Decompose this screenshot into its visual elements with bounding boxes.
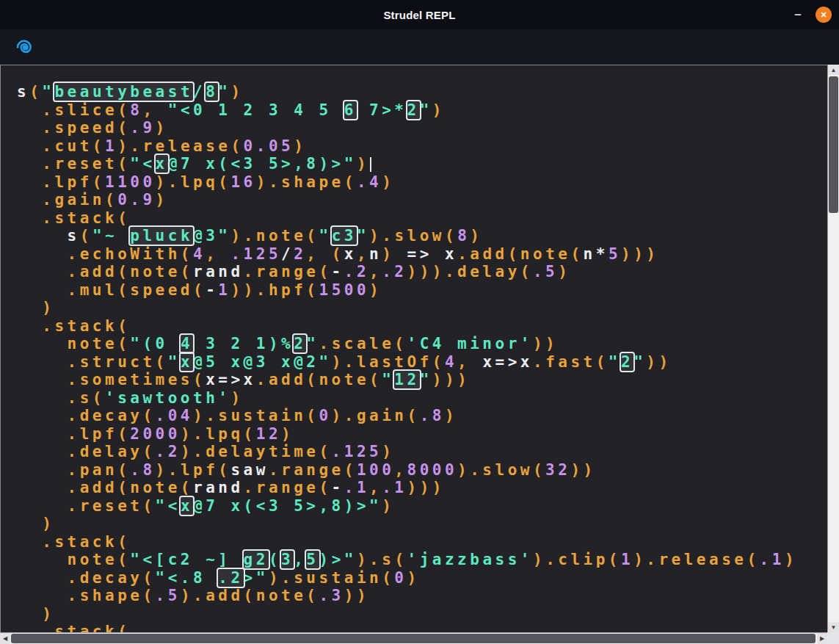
code-token: ).shape( (256, 173, 357, 191)
code-token: ))).delay( (407, 263, 533, 281)
code-token: - (206, 281, 218, 299)
code-token: .add(note( (17, 479, 193, 496)
code-token: ) (445, 407, 457, 424)
code-token: * (596, 245, 609, 263)
minimize-button[interactable]: – (791, 11, 805, 18)
code-token: " (344, 551, 357, 568)
code-token: .add(note( (457, 245, 583, 263)
close-button[interactable]: ✕ (816, 7, 832, 23)
scroll-down-icon[interactable]: ▼ (828, 622, 839, 632)
code-token: ) (407, 569, 420, 587)
code-token: " (609, 353, 621, 371)
code-token: 'jazzbass' (407, 551, 533, 568)
code-line: .stack( (17, 533, 827, 551)
code-line: .stack( (17, 623, 827, 632)
code-token: )).hpf( (230, 281, 319, 299)
code-token: .stack( (17, 623, 130, 632)
code-token: 8 (130, 101, 142, 119)
window-controls: – ✕ (791, 0, 832, 29)
code-token: .2 (218, 569, 243, 587)
code-token: .slice( (17, 101, 130, 119)
code-token: .decay( (17, 569, 156, 587)
code-line: .sometimes(x=>x.add(note("12"))) (17, 371, 827, 389)
scroll-right-icon[interactable]: ▶ (817, 633, 827, 644)
code-token: x (520, 353, 533, 371)
code-token: " (420, 101, 432, 119)
code-token: - (332, 479, 344, 496)
code-token: @7 x(<3 5>,8)> (193, 497, 369, 515)
code-line: .delay(.2).delaytime(.125) (17, 443, 827, 461)
code-token: 8 (206, 83, 218, 101)
code-line: ) (17, 515, 827, 533)
code-token: ).slow( (457, 461, 545, 479)
code-token: c3 (332, 227, 357, 245)
code-token: 2000 (130, 425, 181, 443)
code-token: " (633, 353, 646, 371)
code-token: ) (156, 119, 168, 137)
code-token: ).delaytime( (181, 443, 332, 460)
code-token: 4 (445, 353, 457, 371)
code-token: ) (382, 173, 394, 191)
vertical-scrollbar[interactable]: ▲ ▼ (827, 65, 839, 632)
code-token: .125 (332, 443, 382, 460)
code-line: .stack( (17, 317, 827, 336)
code-token: > (244, 569, 256, 587)
code-token: / (193, 83, 206, 101)
code-token: 8 (457, 227, 470, 245)
code-token: ) (17, 515, 54, 532)
code-token: .s( (17, 389, 105, 407)
vertical-scrollbar-thumb[interactable] (829, 76, 838, 213)
code-token: 4 (193, 245, 206, 263)
code-line: .reset("<x@7 x(<3 5>,8)>") (17, 155, 827, 173)
horizontal-scrollbar-thumb[interactable] (11, 634, 816, 643)
code-line: .pan(.8).lpf(saw.range(100,8000).slow(32… (17, 461, 827, 480)
code-token: .pan( (17, 461, 130, 479)
code-token: 7>* (357, 101, 407, 119)
code-token: .1 (760, 551, 785, 568)
code-token: .stack( (17, 533, 130, 551)
strudel-spiral-logo-icon[interactable] (15, 37, 34, 57)
code-line: s("~ pluck@3").note("c3").slow(8) (17, 227, 827, 245)
code-token: .fast( (533, 353, 609, 371)
code-token: )) (570, 461, 595, 479)
code-token: ) (785, 551, 797, 568)
code-line: .add(note(rand.range(-.2,.2))).delay(.5) (17, 263, 827, 281)
code-token: 5 (609, 245, 621, 263)
code-token: x (181, 353, 193, 371)
app-header (0, 29, 839, 65)
code-token: ) (382, 245, 394, 263)
code-token: speed (130, 281, 193, 299)
code-line: .echoWith(4, .125/2, (x,n) => x.add(note… (17, 245, 827, 264)
code-token: ).lpf( (156, 461, 231, 479)
code-token: " (319, 353, 331, 371)
horizontal-scrollbar[interactable]: ◀ ▶ (0, 632, 827, 644)
code-editor[interactable]: s("beautybeast/8") .slice(8, "<0 1 2 3 4… (0, 65, 827, 632)
code-token: .gain( (17, 191, 117, 209)
code-token: ).s( (357, 551, 407, 568)
code-token: .range( (269, 461, 357, 479)
code-token: "~ (92, 227, 130, 245)
code-token: .1 (382, 479, 407, 496)
code-token: .shape( (17, 587, 156, 604)
code-token: ) (432, 101, 445, 119)
code-token: .stack( (17, 317, 130, 335)
code-line: .struct("x@5 x@3 x@2").lastOf(4, x=>x.fa… (17, 353, 827, 372)
scroll-left-icon[interactable]: ◀ (0, 633, 10, 644)
code-token: .2 (156, 443, 181, 460)
code-lines: s("beautybeast/8") .slice(8, "<0 1 2 3 4… (17, 83, 827, 632)
code-token: x (482, 353, 495, 371)
code-token: .speed( (17, 119, 130, 137)
code-token: / (281, 245, 294, 263)
code-token: saw (230, 461, 268, 479)
code-token: 'sawtooth' (105, 389, 230, 407)
code-token: => (495, 353, 520, 371)
code-token: 2 (294, 245, 306, 263)
code-token: .5 (156, 587, 181, 604)
code-token: .cut( (17, 137, 105, 155)
code-token: 0 (394, 569, 407, 587)
scroll-up-icon[interactable]: ▲ (828, 65, 839, 75)
code-token: .lpf( (17, 425, 130, 443)
code-token: ).gain( (332, 407, 420, 424)
code-token: .lpf( (17, 173, 105, 191)
code-line: .mul(speed(-1)).hpf(1500) (17, 281, 827, 300)
